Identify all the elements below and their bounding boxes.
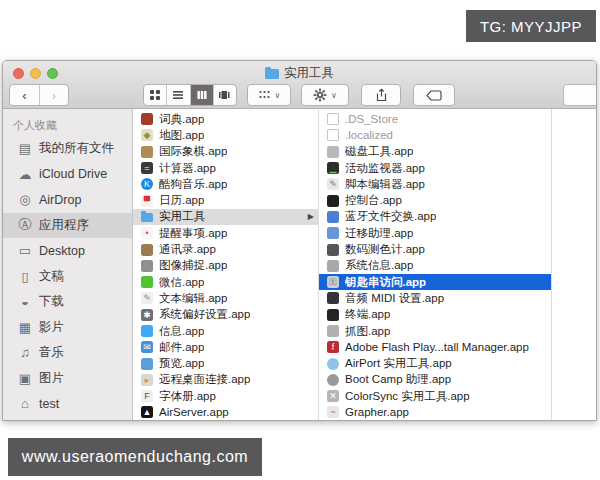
utility-row[interactable]: .localized	[319, 127, 551, 143]
item-label: 下载	[39, 293, 64, 310]
navigation-buttons: ‹ ›	[9, 84, 69, 106]
application-row[interactable]: 信息.app	[133, 323, 318, 339]
list-view-button[interactable]	[166, 85, 189, 105]
application-row[interactable]: 微信.app	[133, 274, 318, 290]
utility-row[interactable]: 终端.app	[319, 307, 551, 323]
column-utilities: .DS_Store.localized磁盘工具.app▁活动监视器.app✎脚本…	[319, 109, 552, 421]
application-row[interactable]: ◆地图.app	[133, 127, 318, 143]
application-row[interactable]: ▀日历.app	[133, 192, 318, 208]
item-label: 计算器.app	[159, 161, 216, 176]
application-row[interactable]: 词典.app	[133, 111, 318, 127]
item-label: 地图.app	[159, 128, 204, 143]
coverflow-view-button[interactable]	[213, 85, 236, 105]
application-row[interactable]: ✉邮件.app	[133, 339, 318, 355]
application-row[interactable]: F字体册.app	[133, 388, 318, 404]
item-label: 图片	[39, 370, 64, 387]
item-label: AirDrop	[39, 193, 81, 207]
sidebar-item[interactable]: ▭Desktop	[3, 238, 132, 264]
application-row[interactable]: K酷狗音乐.app	[133, 176, 318, 192]
forward-button[interactable]: ›	[39, 85, 68, 105]
item-label: 影片	[39, 319, 64, 336]
application-row[interactable]: •提醒事项.app	[133, 225, 318, 241]
application-row[interactable]: 预览.app	[133, 355, 318, 371]
application-row[interactable]: 图像捕捉.app	[133, 258, 318, 274]
website-watermark-text: www.useraomenduchang.com	[22, 448, 248, 466]
application-row[interactable]: ▲AirServer.app	[133, 404, 318, 420]
utility-row[interactable]: ▁活动监视器.app	[319, 160, 551, 176]
chevron-down-icon: ∨	[275, 91, 281, 100]
utility-row[interactable]: 迁移助理.app	[319, 225, 551, 241]
utility-row[interactable]: ✎脚本编辑器.app	[319, 176, 551, 192]
utility-row[interactable]: Boot Camp 助理.app	[319, 372, 551, 388]
utility-row[interactable]: 音频 MIDI 设置.app	[319, 290, 551, 306]
sidebar-item[interactable]: ◎AirDrop	[3, 187, 132, 213]
sidebar-item[interactable]: ♫音乐	[3, 340, 132, 366]
utility-row[interactable]: ✕ColorSync 实用工具.app	[319, 388, 551, 404]
search-input[interactable]	[563, 84, 597, 106]
application-row[interactable]: 实用工具▶	[133, 209, 318, 225]
utility-row[interactable]: 控制台.app	[319, 192, 551, 208]
utility-row[interactable]: 磁盘工具.app	[319, 144, 551, 160]
boot-camp-icon	[327, 374, 339, 386]
dictionary-icon	[141, 113, 153, 125]
item-label: 抓图.app	[345, 324, 390, 339]
disk-utility-icon	[327, 146, 339, 158]
application-row[interactable]: ✱系统偏好设置.app	[133, 307, 318, 323]
sidebar-item[interactable]: ▯文稿	[3, 264, 132, 290]
utility-row[interactable]: AirPort 实用工具.app	[319, 355, 551, 371]
column-view-button[interactable]	[190, 85, 213, 105]
calendar-icon: ▀	[141, 195, 153, 207]
share-button[interactable]	[361, 84, 401, 106]
sidebar-item[interactable]: Ⓐ应用程序	[3, 213, 132, 239]
utility-row[interactable]: ⚿钥匙串访问.app	[319, 274, 551, 290]
chess-icon	[141, 146, 153, 158]
utility-row[interactable]: 数码测色计.app	[319, 241, 551, 257]
utility-row[interactable]: ~Grapher.app	[319, 404, 551, 420]
sidebar-section-devices: 设备	[3, 417, 132, 422]
hidden-file-icon	[327, 129, 339, 141]
sidebar-item[interactable]: ⌂test	[3, 391, 132, 417]
item-label: 远程桌面连接.app	[159, 372, 250, 387]
airdrop-icon: ◎	[15, 192, 35, 207]
music-icon: ♫	[15, 345, 35, 360]
application-row[interactable]: 国际象棋.app	[133, 144, 318, 160]
sidebar-section-favorites: 个人收藏	[3, 114, 132, 136]
utility-row[interactable]: 系统信息.app	[319, 258, 551, 274]
icon-view-button[interactable]	[144, 85, 166, 105]
item-label: 系统信息.app	[345, 258, 413, 273]
contacts-icon	[141, 244, 153, 256]
item-label: 数码测色计.app	[345, 242, 425, 257]
item-label: 微信.app	[159, 275, 204, 290]
application-row[interactable]: ✎文本编辑.app	[133, 290, 318, 306]
messages-icon	[141, 325, 153, 337]
sidebar-item[interactable]: ▤我的所有文件	[3, 136, 132, 162]
application-row[interactable]: 通讯录.app	[133, 241, 318, 257]
utility-row[interactable]: .DS_Store	[319, 111, 551, 127]
utility-row[interactable]: fAdobe Flash Play...tall Manager.app	[319, 339, 551, 355]
airport-utility-icon	[327, 358, 339, 370]
activity-monitor-icon: ▁	[327, 162, 339, 174]
home-icon: ⌂	[15, 396, 35, 411]
application-row[interactable]: ▸远程桌面连接.app	[133, 372, 318, 388]
item-label: 蓝牙文件交换.app	[345, 209, 436, 224]
finder-window: 实用工具 ‹ ›	[2, 60, 597, 421]
flash-installer-icon: f	[327, 341, 339, 353]
item-label: 酷狗音乐.app	[159, 177, 227, 192]
action-gear-button[interactable]: ∨	[301, 84, 349, 106]
sidebar-item[interactable]: ◒下载	[3, 289, 132, 315]
utility-row[interactable]: 蓝牙文件交换.app	[319, 209, 551, 225]
airserver-icon: ▲	[141, 406, 153, 418]
item-label: Grapher.app	[345, 406, 409, 418]
back-button[interactable]: ‹	[10, 85, 39, 105]
grapher-icon: ~	[327, 406, 339, 418]
application-row[interactable]: =计算器.app	[133, 160, 318, 176]
tag-button[interactable]	[413, 84, 455, 106]
sidebar-item[interactable]: ☁iCloud Drive	[3, 162, 132, 188]
utility-row[interactable]: 抓图.app	[319, 323, 551, 339]
item-label: 磁盘工具.app	[345, 144, 413, 159]
sidebar-item[interactable]: ▣图片	[3, 366, 132, 392]
reminders-icon: •	[141, 227, 153, 239]
window-titlebar: 实用工具 ‹ ›	[3, 61, 596, 109]
arrange-button[interactable]: ∨	[247, 84, 291, 106]
sidebar-item[interactable]: ▦影片	[3, 315, 132, 341]
